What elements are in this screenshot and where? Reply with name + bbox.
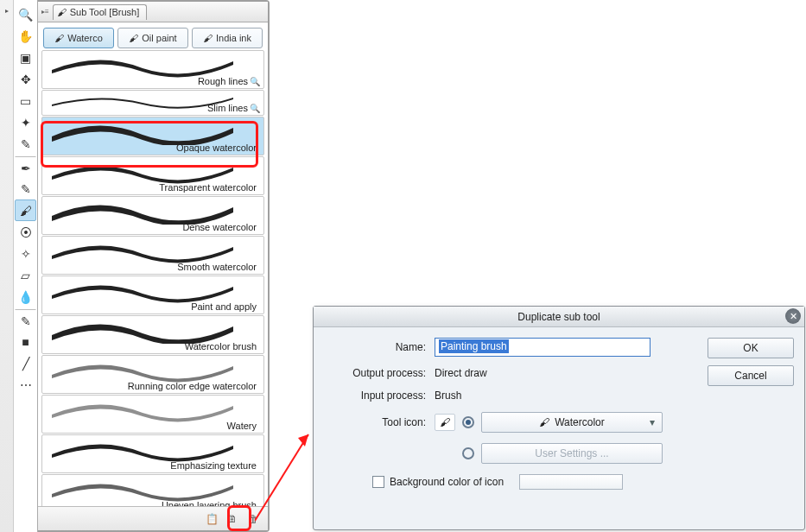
pencil-icon[interactable]: ✎ (15, 178, 36, 200)
brush-label: Watercolor brush (185, 341, 257, 352)
tab-label: Waterco (67, 33, 103, 43)
brush-rough-lines[interactable]: Rough lines 🔍 (41, 50, 264, 89)
brush-paint-and-apply[interactable]: Paint and apply (41, 276, 264, 314)
airbrush-icon[interactable]: ⦿ (15, 221, 36, 243)
marquee-icon[interactable]: ▭ (15, 90, 36, 111)
expand-icon[interactable]: ▸≡ (41, 8, 49, 16)
clipboard-icon[interactable]: 📋 (204, 511, 219, 527)
brush-slim-lines[interactable]: Slim lines 🔍 (41, 90, 264, 116)
name-value: Painting brush (439, 339, 509, 353)
user-settings-label: User Settings ... (535, 447, 608, 459)
annotation-arrow (255, 419, 320, 522)
brush-transparent-watercolor[interactable]: Transparent watercolor (41, 156, 264, 195)
dialog-body: OK Cancel Name: Painting brush Output pr… (314, 327, 804, 529)
subtool-panel-wrapper: ▸ 🔍 ✋ ▣ ✥ ▭ ✦ ✎ ✒ ✎ 🖌 ⦿ ✧ ▱ 💧 ✎ ■ ╱ ⋯ ▸≡… (0, 0, 270, 532)
name-label: Name: (331, 341, 426, 353)
tab-indiaink[interactable]: 🖌 India ink (192, 28, 263, 48)
combo-value: Watercolor (555, 416, 605, 428)
pen-icon[interactable]: ✒ (15, 156, 36, 178)
brush-icon: 🖌 (539, 416, 549, 428)
brush-label: Smooth watercolor (177, 262, 257, 272)
brush-smooth-watercolor[interactable]: Smooth watercolor (41, 236, 264, 275)
mini-collapse-strip: ▸ (0, 0, 14, 532)
brush-label: Opaque watercolor (176, 142, 257, 153)
panel-title: Sub Tool [Brush] (70, 7, 140, 17)
brush-label: Paint and apply (191, 301, 257, 312)
brush-watercolor-brush[interactable]: Watercolor brush (41, 315, 264, 354)
magnifier-icon[interactable]: 🔍 (15, 3, 36, 25)
cube-icon[interactable]: ▣ (15, 47, 36, 68)
brush-label: Dense watercolor (182, 222, 257, 232)
dialog-buttons: OK Cancel (708, 338, 794, 386)
brush-list: Rough lines 🔍 Slim lines 🔍 Opaque waterc… (38, 48, 268, 506)
input-process-value: Brush (435, 390, 461, 402)
brush-opaque-watercolor[interactable]: Opaque watercolor (41, 117, 264, 155)
tool-icon-radio-user[interactable] (462, 447, 474, 459)
brush-label: Transparent watercolor (159, 182, 257, 193)
dialog-title: Duplicate sub tool (517, 311, 600, 323)
brush-label: Emphasizing texture (170, 460, 257, 471)
brush-uneven-layering[interactable]: Uneven layering brush (41, 474, 264, 506)
ok-button[interactable]: OK (708, 338, 794, 358)
tab-oilpaint[interactable]: 🖌 Oil paint (117, 28, 188, 48)
expand-icon[interactable]: ▸ (0, 0, 13, 21)
magnifier-icon[interactable]: 🔍 (250, 104, 260, 113)
output-process-value: Direct draw (435, 367, 487, 379)
magnifier-icon[interactable]: 🔍 (250, 77, 260, 86)
brush-running-edge[interactable]: Running color edge watercolor (41, 355, 264, 394)
tool-strip: 🔍 ✋ ▣ ✥ ▭ ✦ ✎ ✒ ✎ 🖌 ⦿ ✧ ▱ 💧 ✎ ■ ╱ ⋯ (14, 0, 38, 532)
tool-icon-radio-preset[interactable] (462, 416, 474, 428)
brush-icon: 🖌 (129, 33, 138, 43)
panel-tab[interactable]: 🖌 Sub Tool [Brush] (53, 4, 148, 20)
brush-label: Running color edge watercolor (128, 381, 257, 391)
close-icon[interactable]: ✕ (785, 308, 801, 324)
brush-icon: 🖌 (54, 33, 64, 43)
brush-watery[interactable]: Watery (41, 395, 264, 434)
tool-icon-combo[interactable]: 🖌 Watercolor ▾ (481, 412, 663, 433)
duplicate-subtool-dialog: Duplicate sub tool ✕ OK Cancel Name: Pai… (313, 306, 805, 530)
input-process-label: Input process: (331, 390, 426, 402)
tab-label: Oil paint (142, 33, 176, 43)
brush-label: Watery (227, 421, 257, 431)
dialog-titlebar[interactable]: Duplicate sub tool ✕ (314, 307, 804, 327)
tab-label: India ink (216, 33, 251, 43)
user-settings-button[interactable]: User Settings ... (481, 443, 663, 464)
tool-icon-label: Tool icon: (331, 416, 426, 428)
eyedropper-icon[interactable]: ✎ (15, 133, 36, 155)
sparkle-icon[interactable]: ✧ (15, 243, 36, 264)
tool-icon-preview: 🖌 (435, 414, 455, 431)
duplicate-icon[interactable]: 🗎 (225, 511, 240, 527)
brush-emphasizing-texture[interactable]: Emphasizing texture (41, 434, 264, 473)
brush-label: Rough lines (198, 76, 248, 86)
subtool-panel: ▸≡ 🖌 Sub Tool [Brush] 🖌 Waterco 🖌 Oil pa… (38, 0, 270, 532)
cancel-button[interactable]: Cancel (708, 365, 794, 386)
brush-icon[interactable]: 🖌 (15, 200, 36, 221)
brush-icon: 🖌 (203, 33, 213, 43)
svg-marker-1 (298, 434, 308, 446)
panel-footer: 📋 🗎 🗑 (38, 506, 268, 530)
eraser-icon[interactable]: ▱ (15, 264, 36, 286)
bgcolor-checkbox[interactable] (372, 476, 384, 488)
move-icon[interactable]: ✥ (15, 68, 36, 90)
brush-label: Slim lines (207, 103, 248, 113)
tab-watercolor[interactable]: 🖌 Waterco (43, 28, 114, 48)
brush-icon: 🖌 (57, 7, 67, 17)
panel-titlebar[interactable]: ▸≡ 🖌 Sub Tool [Brush] (38, 2, 268, 22)
fill-icon[interactable]: ■ (15, 331, 36, 352)
chevron-down-icon: ▾ (650, 416, 655, 428)
blend-icon[interactable]: 💧 (15, 286, 36, 307)
bgcolor-label: Background color of icon (390, 476, 504, 488)
brush-label: Uneven layering brush (162, 500, 257, 506)
hand-icon[interactable]: ✋ (15, 25, 36, 47)
line-icon[interactable]: ╱ (15, 352, 36, 374)
edit-icon[interactable]: ✎ (15, 309, 36, 331)
name-input[interactable]: Painting brush (435, 338, 651, 357)
bgcolor-swatch[interactable] (519, 474, 623, 490)
misc-icon[interactable]: ⋯ (15, 374, 36, 396)
category-tabs: 🖌 Waterco 🖌 Oil paint 🖌 India ink (38, 22, 268, 48)
wand-icon[interactable]: ✦ (15, 111, 36, 133)
output-process-label: Output process: (331, 367, 426, 379)
brush-dense-watercolor[interactable]: Dense watercolor (41, 196, 264, 235)
svg-line-0 (255, 434, 308, 521)
